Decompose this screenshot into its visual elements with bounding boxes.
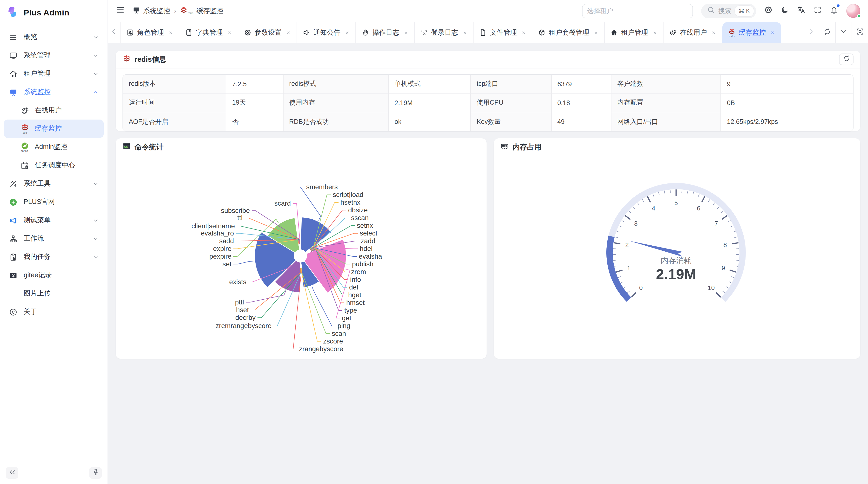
tab-label: 角色管理 [137,28,164,37]
breadcrumb-item-1[interactable]: redis缓存监控 [180,6,223,15]
sidebar-item-2[interactable]: 租户管理 [4,65,104,83]
tab-close-icon[interactable] [521,30,526,35]
menu-toggle-button[interactable] [116,5,125,17]
sidebar-collapse-button[interactable] [6,467,18,479]
user-menu[interactable] [846,4,860,18]
tab-close-icon[interactable] [711,30,716,35]
rose-label-del: del [349,284,358,291]
tab-close-icon[interactable] [345,30,350,35]
tabs-scroll-left-button[interactable] [108,22,121,43]
copyright-icon [9,308,18,316]
language-button[interactable] [797,6,805,16]
redis-refresh-button[interactable] [839,54,854,65]
redis-info-value: 0.18 [552,94,612,112]
redis-info-value: 7.2.5 [226,75,283,94]
sidebar-item-10[interactable]: 测试菜单 [4,211,104,229]
gear-icon [764,6,773,16]
redis-info-value: 6379 [552,75,612,94]
global-search-button[interactable]: 搜索 ⌘ K [701,4,756,18]
redis-info-label: tcp端口 [471,75,552,94]
tab-10[interactable]: redis缓存监控 [722,22,781,43]
tab-close-icon[interactable] [462,30,467,35]
tabbar: 角色管理字典管理参数设置通知公告操作日志登录日志文件管理租户套餐管理租户管理在线… [108,22,868,43]
tab-close-icon[interactable] [168,30,173,35]
sidebar-item-6[interactable]: springAdmin监控 [4,138,104,156]
sidebar-item-13[interactable]: gitee记录 [4,266,104,284]
workflow-icon [9,234,18,243]
dark-mode-button[interactable] [781,6,789,16]
rose-label-line [234,261,254,264]
gauge-major-tick [722,216,727,219]
plus-circle-icon [9,198,18,206]
memory-usage-gauge-chart: 012345678910内存消耗2.19M [494,156,859,358]
content-fullscreen-button[interactable] [851,22,868,43]
rose-label-zscore: zscore [323,337,343,345]
sidebar-item-11[interactable]: 工作流 [4,229,104,248]
app-logo[interactable]: Plus Admin [0,0,107,25]
sidebar-item-9[interactable]: PLUS官网 [4,193,104,211]
chevron-down-icon [93,217,99,223]
breadcrumb-separator: › [174,7,176,14]
tab-0[interactable]: 角色管理 [121,22,179,43]
scan-frame-icon [856,28,864,38]
gauge-major-tick [614,243,620,244]
sidebar-item-label: 缓存监控 [35,124,62,133]
tab-close-icon[interactable] [404,30,408,35]
sidebar-item-14[interactable]: 图片上传 [4,284,104,303]
pin-icon [91,468,100,478]
tab-7[interactable]: 租户套餐管理 [532,22,605,43]
tab-close-icon[interactable] [770,30,775,35]
tab-8[interactable]: 租户管理 [605,22,663,43]
tab-label: 租户管理 [621,28,648,37]
tab-close-icon[interactable] [227,30,232,35]
package-icon [538,29,546,36]
tab-close-icon[interactable] [652,30,657,35]
sidebar-item-4[interactable]: 在线用户 [4,101,104,120]
redis-info-value: 否 [226,112,283,131]
notification-badge [836,4,840,8]
sidebar-item-7[interactable]: 任务调度中心 [4,156,104,174]
breadcrumb-item-0[interactable]: 系统监控 [133,6,170,15]
tab-5[interactable]: 登录日志 [415,22,473,43]
rose-label-ttl: ttl [237,214,243,222]
book-icon [185,29,192,36]
sidebar-item-5[interactable]: redis缓存监控 [4,120,104,138]
tabs-scroll-right-button[interactable] [802,22,819,43]
tab-refresh-button[interactable] [819,22,835,43]
sidebar-item-3[interactable]: 系统监控 [4,83,104,101]
chevron-down-icon [93,52,99,59]
sidebar-item-15[interactable]: 关于 [4,303,104,321]
tab-close-icon[interactable] [594,30,598,35]
sidebar-item-label: 系统工具 [24,179,51,188]
rose-label-hdel: hdel [360,245,373,252]
tab-6[interactable]: 文件管理 [473,22,532,43]
tenant-select-input[interactable] [582,4,693,18]
sidebar-item-12[interactable]: 我的任务 [4,248,104,266]
tab-2[interactable]: 参数设置 [238,22,297,43]
tab-3[interactable]: 通知公告 [297,22,356,43]
gauge-major-tick [732,243,739,244]
sidebar-pin-button[interactable] [89,467,102,479]
breadcrumb: 系统监控›redis缓存监控 [133,6,223,15]
settings-button[interactable] [764,6,773,16]
sidebar-item-label: 租户管理 [24,69,51,78]
gauge-center-label: 内存消耗 [661,256,691,265]
tab-1[interactable]: 字典管理 [179,22,238,43]
fullscreen-button[interactable] [813,6,822,16]
notifications-button[interactable] [830,6,838,16]
user-online-icon [20,106,29,115]
rose-label-zrem: zrem [351,268,366,276]
tab-label: 在线用户 [680,28,707,37]
tab-close-icon[interactable] [286,30,291,35]
tab-9[interactable]: 在线用户 [663,22,722,43]
sidebar-item-8[interactable]: 系统工具 [4,174,104,193]
gauge-tick-label: 7 [714,220,718,227]
sidebar-item-0[interactable]: 概览 [4,28,104,46]
tab-menu-button[interactable] [835,22,851,43]
rose-label-set: set [222,260,232,268]
tab-4[interactable]: 操作日志 [356,22,415,43]
tab-label: 操作日志 [372,28,399,37]
sidebar-item-1[interactable]: 系统管理 [4,46,104,65]
chevron-down-icon [93,254,99,260]
gauge-tick-label: 5 [674,199,678,206]
